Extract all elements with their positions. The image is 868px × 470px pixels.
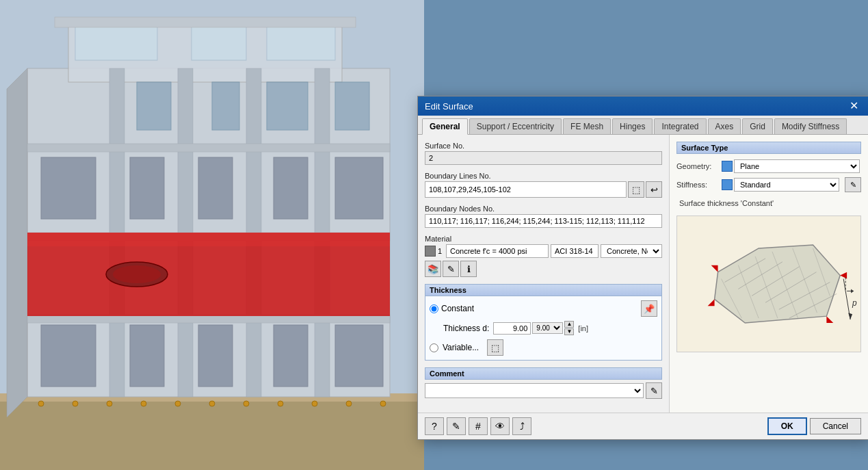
stiffness-color-swatch (722, 179, 733, 190)
svg-point-41 (244, 401, 249, 406)
material-standard-input[interactable] (551, 244, 599, 258)
material-action-row: 📚 ✎ ℹ (425, 261, 662, 277)
material-row: 1 Concrete, Nor (425, 244, 662, 258)
svg-rect-33 (274, 325, 308, 387)
svg-rect-27 (198, 157, 233, 219)
svg-rect-24 (335, 82, 369, 130)
tab-hinges[interactable]: Hinges (612, 118, 653, 134)
svg-point-42 (278, 401, 283, 406)
svg-rect-9 (55, 17, 356, 27)
stiffness-select-container: Standard (722, 178, 841, 192)
comment-select[interactable] (425, 383, 644, 398)
dialog-close-button[interactable]: ✕ (847, 101, 861, 112)
tab-modify-stiffness[interactable]: Modify Stiffness (774, 118, 847, 134)
boundary-lines-label: Boundary Lines No. (425, 172, 662, 180)
comment-action-button[interactable]: ✎ (646, 382, 662, 399)
thickness-spin-down[interactable]: ▼ (564, 328, 574, 335)
tab-general[interactable]: General (422, 118, 468, 135)
table-toolbar-button[interactable]: # (469, 417, 488, 435)
boundary-lines-pick-button[interactable]: ⬚ (628, 181, 644, 198)
thickness-input-container: 9.00 ▲ ▼ (493, 321, 574, 335)
svg-point-40 (209, 401, 215, 406)
building-svg (0, 0, 424, 470)
thickness-value-input[interactable] (493, 322, 531, 335)
edit-surface-dialog: Edit Surface ✕ General Support / Eccentr… (417, 96, 868, 440)
geometry-select[interactable]: Plane (734, 159, 860, 173)
stiffness-select[interactable]: Standard (734, 178, 839, 192)
export-toolbar-button[interactable]: ⤴ (512, 417, 531, 435)
material-edit-button[interactable]: ✎ (443, 261, 459, 277)
svg-rect-23 (267, 82, 308, 130)
comment-row: ✎ (425, 382, 662, 399)
stiffness-edit-button[interactable]: ✎ (845, 177, 861, 192)
thickness-info-button[interactable]: 📌 (641, 300, 657, 317)
svg-rect-22 (212, 82, 239, 130)
stiffness-row: Stiffness: Standard ✎ (676, 177, 861, 192)
material-number: 1 (438, 247, 444, 255)
constant-radio[interactable] (430, 304, 438, 313)
svg-rect-1 (0, 397, 424, 470)
svg-rect-30 (41, 325, 96, 387)
variable-row: Variable... ⬚ (430, 339, 657, 356)
boundary-lines-input[interactable] (425, 181, 627, 198)
svg-point-20 (113, 265, 161, 283)
material-library-button[interactable]: 📚 (425, 261, 441, 277)
svg-point-39 (175, 401, 181, 406)
tab-support-eccentricity[interactable]: Support / Eccentricity (469, 118, 562, 134)
tab-integrated[interactable]: Integrated (654, 118, 706, 134)
variable-info-button[interactable]: ⬚ (487, 339, 503, 356)
constant-radio-row: Constant 📌 (430, 300, 657, 317)
svg-point-36 (73, 401, 78, 406)
svg-rect-25 (41, 157, 96, 219)
surface-preview-svg: p (677, 216, 860, 352)
tab-axes[interactable]: Axes (708, 118, 741, 134)
thickness-spin-up[interactable]: ▲ (564, 321, 574, 328)
material-fc-input[interactable] (446, 244, 549, 258)
dialog-title: Edit Surface (425, 101, 473, 112)
tab-grid[interactable]: Grid (742, 118, 773, 134)
boundary-lines-row: ⬚ ↩ (425, 181, 662, 198)
surface-hint: Surface thickness 'Constant' (676, 196, 861, 210)
thickness-d-row: Thickness d: 9.00 ▲ ▼ [in] (443, 321, 657, 335)
svg-point-35 (38, 401, 44, 406)
variable-radio[interactable] (430, 343, 438, 352)
svg-rect-28 (274, 157, 308, 219)
svg-rect-18 (27, 233, 390, 246)
svg-rect-32 (198, 325, 233, 387)
thickness-value-select[interactable]: 9.00 (532, 322, 563, 334)
boundary-lines-info-button[interactable]: ↩ (646, 181, 662, 198)
geometry-color-swatch (722, 161, 733, 172)
surface-no-input[interactable] (425, 151, 662, 165)
cancel-button[interactable]: Cancel (810, 418, 861, 434)
boundary-lines-section: Boundary Lines No. ⬚ ↩ (425, 172, 662, 198)
variable-label: Variable... (443, 343, 479, 352)
comment-header: Comment (425, 367, 662, 380)
dialog-left-panel: Surface No. Boundary Lines No. ⬚ ↩ Bound… (418, 135, 670, 413)
surface-no-section: Surface No. (425, 142, 662, 165)
boundary-nodes-input[interactable] (425, 214, 662, 228)
svg-rect-8 (267, 26, 335, 60)
svg-rect-31 (130, 325, 164, 387)
surface-preview: p (676, 216, 861, 352)
svg-rect-29 (335, 157, 383, 219)
material-info-button[interactable]: ℹ (460, 261, 477, 277)
material-type-select[interactable]: Concrete, Nor (601, 244, 662, 258)
svg-point-45 (380, 401, 386, 406)
thickness-header: Thickness (425, 285, 661, 296)
tab-fe-mesh[interactable]: FE Mesh (563, 118, 611, 134)
stiffness-label: Stiffness: (676, 181, 718, 189)
boundary-nodes-section: Boundary Nodes No. (425, 205, 662, 228)
view-toolbar-button[interactable]: 👁 (490, 417, 510, 435)
svg-rect-26 (130, 157, 164, 219)
ok-button[interactable]: OK (767, 417, 807, 435)
svg-rect-7 (192, 26, 246, 60)
dialog-toolbar: ? ✎ # 👁 ⤴ OK Cancel (418, 413, 868, 439)
help-toolbar-button[interactable]: ? (425, 417, 444, 435)
dialog-tabs: General Support / Eccentricity FE Mesh H… (418, 116, 868, 135)
edit-toolbar-button[interactable]: ✎ (447, 417, 466, 435)
svg-rect-21 (137, 82, 171, 130)
dialog-body: Surface No. Boundary Lines No. ⬚ ↩ Bound… (418, 135, 868, 413)
thickness-section: Thickness Constant 📌 Thickness d: 9.00 (425, 284, 662, 361)
geometry-row: Geometry: Plane (676, 159, 861, 173)
svg-point-44 (346, 401, 352, 406)
